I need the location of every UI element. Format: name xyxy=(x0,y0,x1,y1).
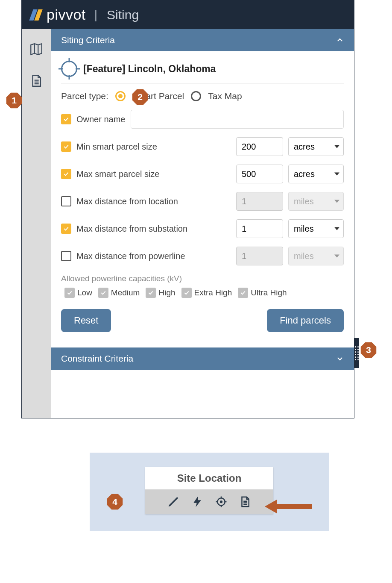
siting-criteria-title: Siting Criteria xyxy=(61,35,115,45)
sidebar-rail xyxy=(22,29,51,418)
cap-extra-label: Extra High xyxy=(194,288,232,297)
main-panel: Siting Criteria 2 [Feature] Lincoln, Okl… xyxy=(51,29,354,418)
document-icon[interactable] xyxy=(29,74,44,88)
dist-power-row: Max distance from powerline miles xyxy=(61,247,344,265)
find-parcels-button[interactable]: Find parcels xyxy=(267,309,344,332)
dist-location-label: Max distance from location xyxy=(76,197,178,206)
capacities-row: Low Medium High Extra High Ultra High xyxy=(64,288,344,298)
max-size-label: Max smart parcel size xyxy=(76,169,160,179)
chevron-up-icon xyxy=(336,36,344,44)
bolt-icon[interactable] xyxy=(191,495,204,508)
min-size-row: Min smart parcel size acres xyxy=(61,137,344,156)
owner-name-row: Owner name xyxy=(61,110,344,129)
checkbox-max-size[interactable] xyxy=(61,169,71,179)
capacities-label: Allowed powerline capacities (kV) xyxy=(61,274,344,283)
checkbox-dist-sub[interactable] xyxy=(61,224,71,234)
callout-badge-4: 4 xyxy=(107,494,123,510)
dist-location-row: Max distance from location miles xyxy=(61,192,344,211)
svg-point-1 xyxy=(220,501,222,503)
callout-badge-1: 1 xyxy=(6,92,22,109)
callout-badge-3: 3 xyxy=(360,342,377,358)
max-size-unit[interactable]: acres xyxy=(288,165,344,183)
cap-high-label: High xyxy=(158,288,175,297)
radio-tax-map[interactable] xyxy=(191,91,201,101)
siting-criteria-header[interactable]: Siting Criteria xyxy=(51,29,354,51)
app-header: pivvot | Siting xyxy=(22,0,354,29)
radio-tax-map-label: Tax Map xyxy=(208,91,242,101)
map-icon[interactable] xyxy=(29,42,44,56)
feature-row: [Feature] Lincoln, Oklahoma xyxy=(61,61,344,83)
dist-location-unit: miles xyxy=(288,192,344,211)
parcel-type-row: Parcel type: Smart Parcel Tax Map xyxy=(61,91,344,101)
logo-icon xyxy=(31,9,41,21)
site-location-card: 4 Site Location xyxy=(90,453,329,531)
pencil-icon[interactable] xyxy=(167,495,180,508)
target-icon[interactable] xyxy=(215,495,228,508)
dist-sub-label: Max distance from substation xyxy=(76,224,187,234)
brand-section: Siting xyxy=(107,8,139,22)
site-location-toolbar xyxy=(145,489,273,514)
app-frame: pivvot | Siting Siting Criteria xyxy=(21,0,354,418)
min-size-input[interactable] xyxy=(236,137,283,156)
cap-low-label: Low xyxy=(77,288,92,297)
cap-medium-label: Medium xyxy=(111,288,140,297)
chevron-down-icon xyxy=(336,355,344,362)
min-size-unit[interactable]: acres xyxy=(288,137,344,156)
siting-panel-body: 2 [Feature] Lincoln, Oklahoma Parcel typ… xyxy=(51,51,354,346)
site-location-box: Site Location xyxy=(145,467,273,514)
checkbox-cap-ultra[interactable] xyxy=(238,288,248,298)
arrow-pointer-icon xyxy=(265,501,312,512)
checkbox-min-size[interactable] xyxy=(61,141,71,152)
checkbox-owner-name[interactable] xyxy=(61,114,71,124)
dist-power-input xyxy=(236,247,283,265)
owner-name-label: Owner name xyxy=(76,115,126,124)
checkbox-cap-extra[interactable] xyxy=(181,288,192,298)
checkbox-cap-high[interactable] xyxy=(146,288,156,298)
dist-location-input xyxy=(236,192,283,211)
min-size-label: Min smart parcel size xyxy=(76,142,157,152)
site-location-title: Site Location xyxy=(145,467,273,489)
parcel-type-label: Parcel type: xyxy=(61,91,108,101)
report-document-icon[interactable] xyxy=(239,495,252,508)
dist-sub-row: Max distance from substation miles xyxy=(61,219,344,238)
owner-name-input[interactable] xyxy=(131,110,344,129)
radio-smart-parcel[interactable] xyxy=(115,91,126,101)
panel-resize-handle[interactable] xyxy=(354,338,359,368)
cap-ultra-label: Ultra High xyxy=(251,288,287,297)
checkbox-cap-medium[interactable] xyxy=(98,288,108,298)
dist-sub-input[interactable] xyxy=(236,219,283,238)
constraint-criteria-header[interactable]: Constraint Criteria xyxy=(51,347,354,370)
crosshair-icon xyxy=(61,61,77,77)
brand-divider: | xyxy=(94,8,97,22)
dist-power-unit: miles xyxy=(288,247,344,265)
feature-title: [Feature] Lincoln, Oklahoma xyxy=(83,63,216,75)
dist-sub-unit[interactable]: miles xyxy=(288,219,344,238)
brand-name: pivvot xyxy=(47,6,86,23)
reset-button[interactable]: Reset xyxy=(61,309,111,332)
max-size-input[interactable] xyxy=(236,165,283,183)
constraint-criteria-title: Constraint Criteria xyxy=(61,353,133,364)
checkbox-cap-low[interactable] xyxy=(64,288,75,298)
max-size-row: Max smart parcel size acres xyxy=(61,165,344,183)
checkbox-dist-power[interactable] xyxy=(61,251,71,261)
checkbox-dist-location[interactable] xyxy=(61,196,71,206)
dist-power-label: Max distance from powerline xyxy=(76,251,185,261)
